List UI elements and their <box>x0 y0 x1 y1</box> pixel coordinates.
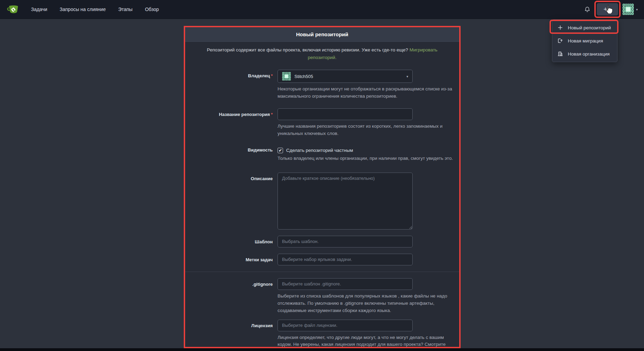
repo-name-label: Название репозитория* <box>185 108 278 137</box>
navbar-right: + ▾ <box>584 1 638 18</box>
chevron-down-icon: ▾ <box>406 75 408 78</box>
menu-item-new-repository[interactable]: Новый репозиторий <box>552 21 617 34</box>
issue-labels-label-text: Метки задач <box>245 257 273 262</box>
chevron-down-icon: ▾ <box>610 8 612 11</box>
visibility-label: Видимость <box>185 146 278 162</box>
create-new-button[interactable]: + ▾ <box>597 3 618 16</box>
description-label: Описание <box>185 173 278 230</box>
organization-icon <box>557 51 563 57</box>
template-label-text: Шаблон <box>255 239 273 244</box>
gitignore-help: Выберите из списка шаблонов для популярн… <box>278 293 459 314</box>
issue-labels-input[interactable] <box>278 254 413 265</box>
license-label: Лицензия <box>185 320 278 348</box>
issue-labels-row: Метки задач <box>185 254 459 265</box>
menu-item-label: Новая организация <box>568 51 610 57</box>
owner-label: Владелец* <box>185 70 278 100</box>
description-row: Описание <box>185 173 459 230</box>
template-label: Шаблон <box>185 236 278 247</box>
nav-item-pull-requests[interactable]: Запросы на слияние <box>60 7 106 12</box>
gitea-logo-icon[interactable] <box>6 3 19 16</box>
repo-name-help: Лучшие названия репозиториев состоят из … <box>278 123 459 137</box>
new-repository-form: Новый репозиторий Репозиторий содержит в… <box>184 26 461 348</box>
menu-item-label: Новый репозиторий <box>568 25 611 30</box>
check-icon: ✔ <box>279 148 282 153</box>
repo-name-row: Название репозитория* Лучшие названия ре… <box>185 108 459 137</box>
menu-item-new-organization[interactable]: Новая организация <box>552 47 617 60</box>
plus-icon <box>557 25 563 30</box>
intro-text: Репозиторий содержит все файлы проекта, … <box>207 47 408 52</box>
owner-avatar <box>282 72 291 81</box>
visibility-row: Видимость ✔ Сделать репозиторий частным … <box>185 146 459 162</box>
owner-value: Stitch505 <box>294 74 313 79</box>
template-input[interactable] <box>278 236 413 247</box>
navbar: Задачи Запросы на слияние Этапы Обзор + … <box>0 0 644 19</box>
gitignore-row: .gitignore Выберите из списка шаблонов д… <box>185 278 459 314</box>
visibility-label-text: Видимость <box>248 147 273 153</box>
license-input[interactable] <box>278 320 413 331</box>
description-label-text: Описание <box>251 176 273 181</box>
license-label-text: Лицензия <box>251 323 273 328</box>
form-body: Репозиторий содержит все файлы проекта, … <box>185 42 459 348</box>
nav-item-explore[interactable]: Обзор <box>145 7 159 12</box>
nav-item-milestones[interactable]: Этапы <box>118 7 133 12</box>
plus-icon: + <box>603 6 607 12</box>
form-header: Новый репозиторий <box>185 27 459 42</box>
bottom-bar <box>0 348 644 351</box>
license-help: Лицензия определяет, что другие люди мог… <box>278 334 459 348</box>
navbar-left: Задачи Запросы на слияние Этапы Обзор <box>6 3 159 16</box>
owner-select[interactable]: Stitch505 ▾ <box>278 70 413 83</box>
migration-icon <box>557 38 563 43</box>
description-textarea[interactable] <box>278 173 413 230</box>
gitignore-label-text: .gitignore <box>252 282 273 287</box>
menu-item-label: Новая миграция <box>568 38 603 43</box>
private-checkbox-label[interactable]: Сделать репозиторий частным <box>286 148 353 153</box>
repo-name-label-text: Название репозитория <box>219 112 270 117</box>
owner-label-text: Владелец <box>248 73 270 78</box>
user-menu-caret-icon[interactable]: ▾ <box>636 8 638 11</box>
menu-item-new-migration[interactable]: Новая миграция <box>552 34 617 47</box>
required-mark: * <box>271 73 273 78</box>
notifications-bell-icon[interactable] <box>584 6 591 13</box>
gitignore-label: .gitignore <box>185 278 278 314</box>
page: Задачи Запросы на слияние Этапы Обзор + … <box>0 0 644 351</box>
owner-help: Некоторые организации могут не отображат… <box>278 86 459 100</box>
nav-item-issues[interactable]: Задачи <box>31 7 47 12</box>
private-checkbox[interactable]: ✔ <box>278 148 283 153</box>
gitignore-input[interactable] <box>278 278 413 290</box>
required-mark: * <box>271 112 273 117</box>
template-row: Шаблон <box>185 236 459 247</box>
license-help-text: Лицензия определяет, что другие люди мог… <box>278 335 445 347</box>
annotation-box-new-button: + ▾ <box>594 1 621 18</box>
license-row: Лицензия Лицензия определяет, что другие… <box>185 320 459 348</box>
user-avatar[interactable] <box>622 3 634 15</box>
form-divider <box>185 272 459 272</box>
visibility-help: Только владелец или члены организации, п… <box>278 155 459 162</box>
issue-labels-label: Метки задач <box>185 254 278 265</box>
repo-name-input[interactable] <box>278 108 413 120</box>
create-new-dropdown-menu: Новый репозиторий Новая миграция Новая о… <box>552 19 617 62</box>
form-title: Новый репозиторий <box>296 31 349 37</box>
owner-row: Владелец* <box>185 70 459 100</box>
form-intro: Репозиторий содержит все файлы проекта, … <box>197 46 448 61</box>
